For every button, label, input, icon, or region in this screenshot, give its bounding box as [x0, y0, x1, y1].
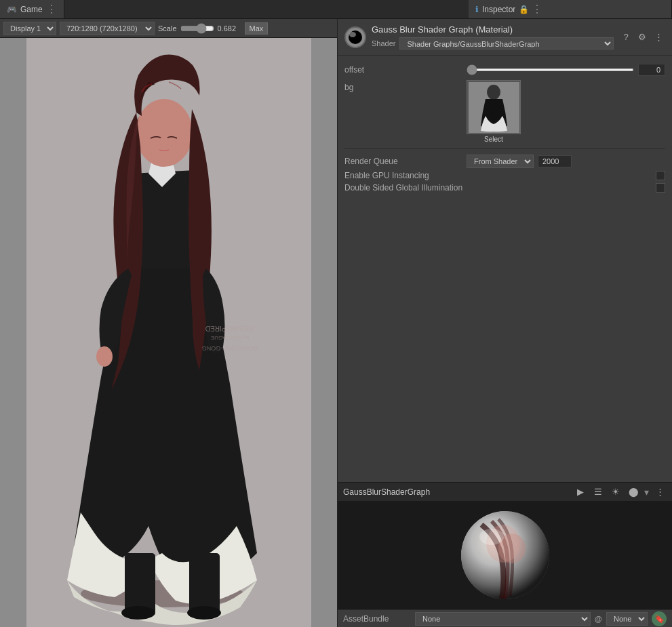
divider-1: [344, 148, 665, 149]
offset-value-input[interactable]: [638, 64, 665, 76]
sphere-toggle-button[interactable]: ⬤: [627, 485, 640, 499]
top-bar: 🎮 Game ⋮ ℹ Inspector 🔒 ⋮: [0, 0, 672, 19]
display-select[interactable]: Display 1: [3, 22, 56, 35]
asset-bundle-label: AssetBundle: [343, 614, 411, 624]
game-tab-label: Game: [20, 5, 43, 14]
render-queue-number[interactable]: [538, 155, 572, 167]
game-controller-icon: 🎮: [7, 5, 17, 14]
material-title-area: Gauss Blur Shader Graph (Material) Shade…: [372, 24, 614, 49]
game-toolbar: Display 1 720:1280 (720x1280) Scale 0.68…: [0, 19, 337, 38]
sun-button[interactable]: ☀: [609, 485, 622, 499]
shader-graph-name: GaussBlurShaderGraph: [343, 487, 570, 497]
bg-label: bg: [344, 80, 467, 92]
asset-icon-button[interactable]: 🔖: [652, 611, 667, 626]
svg-text:2019·INSPIRED: 2019·INSPIRED: [205, 325, 254, 332]
scale-value: 0.682: [218, 24, 241, 33]
sg-more-button[interactable]: ⋮: [653, 485, 667, 499]
material-name: Gauss Blur Shader Graph (Material): [372, 24, 614, 35]
render-queue-label: Render Queue: [344, 157, 467, 166]
svg-point-21: [479, 529, 504, 545]
asset-bundle-row: AssetBundle None @ None 🔖: [338, 609, 672, 627]
play-button[interactable]: ▶: [574, 485, 587, 499]
main-layout: Display 1 720:1280 (720x1280) Scale 0.68…: [0, 19, 672, 627]
tab-inspector[interactable]: ℹ Inspector 🔒 ⋮: [469, 0, 672, 18]
svg-point-14: [349, 32, 356, 37]
hamburger-button[interactable]: ☰: [591, 485, 605, 499]
offset-control: [467, 64, 665, 76]
inspector-panel: Gauss Blur Shader Graph (Material) Shade…: [337, 19, 672, 627]
gpu-instancing-row: Enable GPU Instancing: [344, 171, 665, 180]
asset-variant-dropdown[interactable]: None: [606, 612, 648, 626]
svg-rect-6: [189, 553, 220, 614]
svg-rect-5: [125, 553, 155, 614]
lock-icon[interactable]: 🔒: [519, 5, 529, 14]
inspector-info-icon: ℹ: [475, 5, 479, 14]
bg-row: bg Select: [344, 80, 665, 143]
offset-label: offset: [344, 65, 467, 75]
texture-preview[interactable]: [467, 80, 521, 134]
settings-button[interactable]: ⚙: [635, 31, 649, 44]
arrow-down-icon: ▾: [644, 487, 649, 498]
tab-game[interactable]: 🎮 Game ⋮: [0, 0, 64, 18]
max-button[interactable]: Max: [245, 22, 269, 35]
svg-point-16: [487, 85, 500, 100]
scale-slider[interactable]: [180, 23, 214, 34]
svg-text:by MONTAGUE: by MONTAGUE: [210, 335, 248, 341]
asset-bundle-dropdown[interactable]: None: [415, 612, 591, 626]
gpu-instancing-checkbox[interactable]: [656, 171, 665, 180]
resolution-select[interactable]: 720:1280 (720x1280): [60, 22, 155, 35]
svg-point-7: [121, 606, 155, 620]
select-label: Select: [467, 136, 521, 143]
shader-dropdown[interactable]: Shader Graphs/GaussBlurShaderGraph: [399, 37, 614, 49]
game-canvas: 2019·INSPIRED by MONTAGUE DONGLONG·GONG: [0, 38, 337, 627]
bg-control: Select: [467, 80, 521, 143]
shader-row: Shader Shader Graphs/GaussBlurShaderGrap…: [372, 37, 614, 49]
help-button[interactable]: ?: [619, 31, 633, 44]
inspector-header-icons: 🔒 ⋮: [519, 3, 542, 16]
offset-slider[interactable]: [467, 68, 634, 71]
properties-area: offset bg: [338, 56, 672, 482]
more-button[interactable]: ⋮: [652, 31, 665, 44]
svg-point-8: [187, 606, 221, 620]
sphere-preview: [461, 511, 549, 599]
sphere-art: [461, 511, 549, 599]
double-sided-label: Double Sided Global Illumination: [344, 183, 656, 193]
offset-row: offset: [344, 62, 665, 77]
shader-label: Shader: [372, 39, 395, 47]
material-header-icons: ? ⚙ ⋮: [619, 31, 665, 44]
game-panel: Display 1 720:1280 (720x1280) Scale 0.68…: [0, 19, 337, 627]
double-sided-checkbox[interactable]: [656, 183, 665, 193]
material-header: Gauss Blur Shader Graph (Material) Shade…: [338, 19, 672, 56]
render-queue-row: Render Queue From Shader: [344, 155, 665, 168]
material-icon: [344, 26, 366, 48]
double-sided-row: Double Sided Global Illumination: [344, 183, 665, 193]
inspector-tab-menu-icon[interactable]: ⋮: [532, 3, 542, 16]
character-art: 2019·INSPIRED by MONTAGUE DONGLONG·GONG: [26, 38, 311, 627]
inspector-tab-label: Inspector: [482, 5, 515, 14]
render-queue-dropdown[interactable]: From Shader: [467, 155, 534, 168]
gpu-instancing-label: Enable GPU Instancing: [344, 171, 656, 180]
game-tab-menu-icon[interactable]: ⋮: [46, 3, 57, 16]
svg-point-4: [96, 346, 113, 367]
shader-graph-bar: GaussBlurShaderGraph ▶ ☰ ☀ ⬤ ▾ ⋮: [338, 482, 672, 501]
scale-label: Scale: [158, 24, 177, 33]
at-icon: @: [595, 615, 602, 623]
svg-text:DONGLONG·GONG: DONGLONG·GONG: [201, 345, 258, 352]
preview-area: [338, 501, 672, 609]
texture-art: [469, 82, 519, 133]
svg-point-3: [136, 99, 193, 167]
